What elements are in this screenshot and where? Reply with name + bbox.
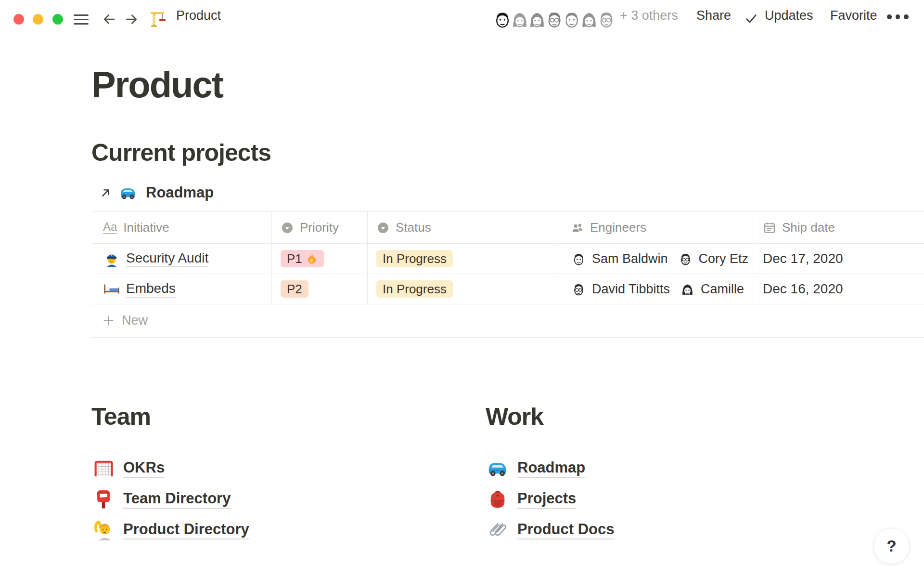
select-property-icon	[281, 221, 294, 235]
engineer-name: Camille	[701, 282, 744, 297]
database-title-label[interactable]: Roadmap	[146, 184, 214, 201]
table-row: Security Audit P1 In Progress Sam Baldwi…	[91, 244, 924, 274]
select-property-icon	[376, 221, 390, 235]
title-property-icon: Aa	[103, 221, 117, 234]
priority-cell[interactable]: P1	[272, 244, 368, 274]
page-title: Product	[91, 64, 223, 105]
favorite-button[interactable]: Favorite	[830, 0, 877, 31]
initiative-cell[interactable]: Security Audit	[91, 244, 272, 274]
team-heading: Team	[91, 403, 151, 431]
avatar	[492, 9, 513, 30]
priority-tag: P2	[281, 280, 308, 298]
plus-icon	[102, 314, 115, 327]
window-zoom-button[interactable]	[52, 14, 63, 25]
column-header-engineers[interactable]: Engineers	[560, 212, 753, 243]
status-tag: In Progress	[376, 250, 453, 267]
notion-window: Product + 3 others Share Updates Favorit…	[0, 0, 924, 578]
initiative-cell[interactable]: Embeds	[91, 274, 272, 304]
status-cell[interactable]: In Progress	[368, 244, 560, 274]
top-bar: Product + 3 others Share Updates Favorit…	[0, 0, 924, 31]
priority-tag: P1	[281, 250, 324, 267]
table-header-row: Aa Initiative Priority Status Engineers …	[91, 212, 924, 244]
page-link-team-directory[interactable]: Team Directory	[92, 487, 231, 511]
table-row: Embeds P2 In Progress David Tibbitts Cam…	[91, 274, 924, 304]
fire-icon	[306, 252, 318, 265]
open-in-new-arrow-icon	[99, 186, 112, 199]
status-cell[interactable]: In Progress	[368, 274, 560, 304]
engineer-name: Sam Baldwin	[592, 251, 668, 266]
engineers-cell[interactable]: Sam Baldwin Cory Etz	[560, 244, 753, 274]
sidebar-menu-icon[interactable]	[74, 14, 89, 25]
engineers-cell[interactable]: David Tibbitts Camille	[560, 274, 753, 304]
column-header-status[interactable]: Status	[368, 212, 560, 243]
bed-icon	[103, 281, 120, 297]
breadcrumb[interactable]: Product	[176, 0, 221, 31]
collaborator-avatar-stack[interactable]	[492, 9, 617, 30]
car-icon	[487, 458, 509, 479]
initiative-page-link[interactable]: Embeds	[126, 281, 176, 298]
page-link-projects[interactable]: Projects	[487, 487, 576, 511]
linked-database-title[interactable]: Roadmap	[91, 182, 214, 203]
initiative-page-link[interactable]: Security Audit	[126, 250, 208, 267]
priority-cell[interactable]: P2	[272, 274, 368, 304]
more-collaborators-label[interactable]: + 3 others	[620, 0, 678, 31]
help-button[interactable]: ?	[873, 528, 910, 564]
page-link-roadmap[interactable]: Roadmap	[487, 457, 585, 480]
construction-crane-icon	[149, 10, 167, 28]
person-property-icon	[571, 221, 584, 235]
divider	[486, 442, 830, 442]
person-raising-hand-icon	[92, 519, 115, 540]
column-header-initiative[interactable]: Aa Initiative	[91, 212, 272, 243]
engineer-name: Cory Etz	[699, 251, 749, 266]
avatar	[680, 281, 695, 297]
status-tag: In Progress	[376, 280, 453, 298]
goal-net-icon	[92, 458, 115, 479]
page-link-product-directory[interactable]: Product Directory	[92, 518, 249, 541]
column-header-ship-date[interactable]: Ship date	[753, 212, 924, 243]
column-header-priority[interactable]: Priority	[272, 212, 368, 243]
calendar-property-icon	[763, 221, 776, 235]
avatar	[571, 281, 587, 297]
more-options-icon[interactable]	[887, 14, 909, 19]
divider	[91, 442, 440, 442]
new-row-button[interactable]: New	[91, 304, 924, 338]
ship-date-cell[interactable]: Dec 17, 2020	[753, 244, 924, 274]
backpack-icon	[487, 488, 509, 510]
paperclips-icon	[487, 519, 509, 540]
engineer-name: David Tibbitts	[592, 282, 670, 297]
forward-arrow-icon[interactable]	[124, 12, 139, 26]
work-heading: Work	[486, 403, 543, 431]
postbox-icon	[92, 488, 115, 510]
window-close-button[interactable]	[13, 14, 24, 25]
window-minimize-button[interactable]	[33, 14, 43, 25]
updates-button[interactable]: Updates	[765, 0, 813, 31]
roadmap-table: Aa Initiative Priority Status Engineers …	[91, 211, 924, 304]
police-officer-icon	[103, 250, 120, 267]
share-button[interactable]: Share	[696, 0, 731, 31]
car-icon	[119, 185, 137, 200]
avatar	[678, 251, 693, 267]
back-arrow-icon[interactable]	[102, 12, 116, 26]
current-projects-heading: Current projects	[91, 139, 271, 167]
page-link-product-docs[interactable]: Product Docs	[487, 518, 615, 541]
page-link-okrs[interactable]: OKRs	[92, 457, 165, 480]
ship-date-cell[interactable]: Dec 16, 2020	[753, 274, 924, 304]
check-icon	[744, 12, 758, 26]
avatar	[571, 251, 587, 267]
